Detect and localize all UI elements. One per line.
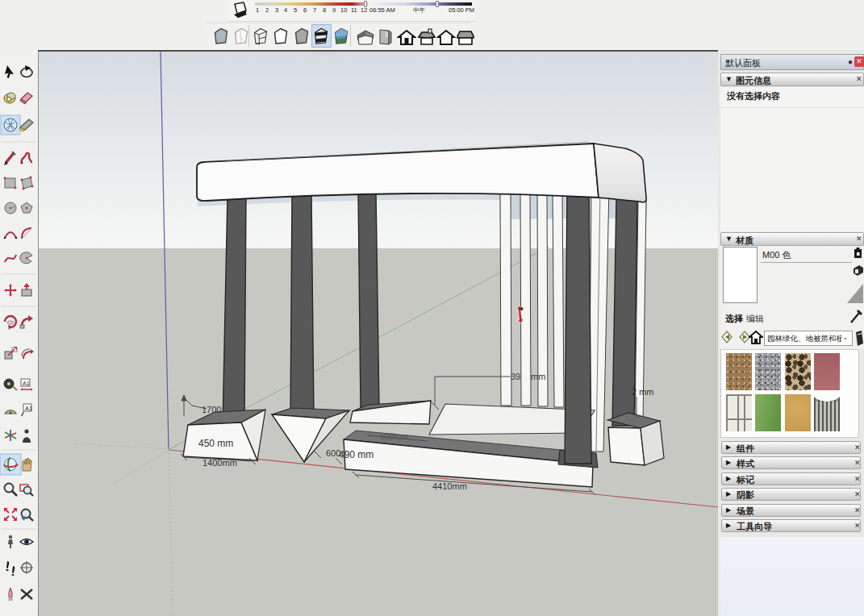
svg-text:39: 39 xyxy=(511,372,520,381)
svg-text:4410mm: 4410mm xyxy=(432,481,467,491)
svg-text:2 mm: 2 mm xyxy=(632,387,654,397)
svg-text:A1: A1 xyxy=(23,381,30,386)
svg-text:490 mm: 490 mm xyxy=(339,449,374,460)
svg-text:450 mm: 450 mm xyxy=(198,438,233,449)
svg-text:1700: 1700 xyxy=(202,405,221,414)
svg-text:A1: A1 xyxy=(25,405,32,412)
svg-text:500mm: 500mm xyxy=(380,431,408,441)
svg-text:1400mm: 1400mm xyxy=(202,458,237,468)
svg-text:mm: mm xyxy=(531,372,545,381)
